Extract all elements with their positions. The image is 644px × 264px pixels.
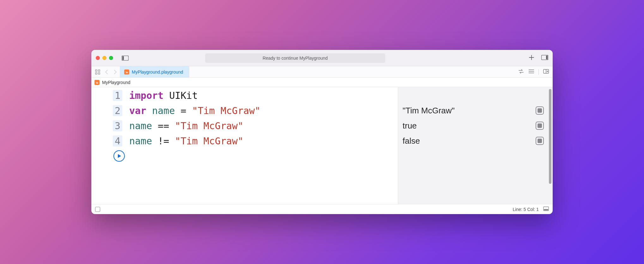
svg-rect-13 <box>544 209 548 210</box>
footer: Line: 5 Col: 1 <box>91 204 553 214</box>
xcode-window: Ready to continue MyPlayground MyPlaygro… <box>91 50 553 214</box>
code-line[interactable]: var name = "Tim McGraw" <box>129 103 398 118</box>
tab-bar-right <box>518 66 553 77</box>
titlebar-right-controls <box>529 55 548 62</box>
quicklook-button[interactable] <box>536 106 544 115</box>
navigate-back-button[interactable] <box>102 66 111 77</box>
related-items-button[interactable] <box>93 66 102 77</box>
results-sidebar: "Tim McGraw"truefalse <box>398 87 553 204</box>
scrollbar[interactable] <box>549 89 551 184</box>
svg-rect-3 <box>546 56 548 59</box>
tab-label: MyPlayground.playground <box>132 69 183 75</box>
line-number: 2 <box>91 103 129 118</box>
result-value: true <box>403 121 417 131</box>
cursor-position: Line: 5 Col: 1 <box>513 207 539 212</box>
line-number: 3 <box>91 118 129 133</box>
titlebar: Ready to continue MyPlayground <box>91 50 553 66</box>
breadcrumb[interactable]: MyPlayground <box>91 78 553 87</box>
activity-status[interactable]: Ready to continue MyPlayground <box>205 53 385 63</box>
swift-icon <box>94 80 100 85</box>
code-area[interactable]: import UIKitvar name = "Tim McGraw"name … <box>129 87 398 204</box>
result-value: false <box>403 136 420 146</box>
svg-rect-5 <box>98 70 100 71</box>
navigate-forward-button[interactable] <box>111 66 120 77</box>
svg-rect-4 <box>95 70 97 71</box>
tab-bar: MyPlayground.playground <box>91 66 553 78</box>
result-row[interactable]: "Tim McGraw" <box>398 103 553 118</box>
line-number: 4 <box>91 133 129 148</box>
result-row[interactable]: true <box>398 118 553 133</box>
editor-area[interactable]: 1234 import UIKitvar name = "Tim McGraw"… <box>91 87 398 204</box>
footer-right: Line: 5 Col: 1 <box>513 207 549 212</box>
add-button[interactable] <box>529 55 534 62</box>
activity-status-text: Ready to continue MyPlayground <box>263 56 328 61</box>
refresh-relations-button[interactable] <box>518 69 524 75</box>
code-line[interactable]: name == "Tim McGraw" <box>129 118 398 133</box>
toggle-debug-area-button[interactable] <box>95 207 100 212</box>
line-number: 1 <box>91 88 129 103</box>
separator <box>538 69 539 75</box>
quicklook-button[interactable] <box>536 137 544 145</box>
breadcrumb-label: MyPlayground <box>102 80 131 85</box>
result-value: "Tim McGraw" <box>403 106 455 116</box>
window-controls <box>96 56 113 60</box>
main-split: 1234 import UIKitvar name = "Tim McGraw"… <box>91 87 553 204</box>
svg-rect-6 <box>95 73 97 74</box>
minimize-window-button[interactable] <box>102 56 106 60</box>
run-playground-button[interactable] <box>113 150 125 162</box>
swift-icon <box>124 69 129 75</box>
add-editor-button[interactable] <box>543 69 549 75</box>
code-line[interactable]: name != "Tim McGraw" <box>129 133 398 148</box>
svg-rect-1 <box>122 56 124 60</box>
svg-rect-7 <box>98 73 100 74</box>
adjust-editor-options-button[interactable] <box>528 69 534 75</box>
code-line[interactable]: import UIKit <box>129 88 398 103</box>
tab-active[interactable]: MyPlayground.playground <box>120 66 189 77</box>
zoom-window-button[interactable] <box>109 56 113 60</box>
toggle-minimap-button[interactable] <box>543 207 549 212</box>
gutter: 1234 <box>91 87 129 204</box>
close-window-button[interactable] <box>96 56 100 60</box>
quicklook-button[interactable] <box>536 122 544 130</box>
toggle-navigator-button[interactable] <box>121 55 130 61</box>
result-row[interactable]: false <box>398 133 553 148</box>
toggle-inspector-button[interactable] <box>541 55 548 61</box>
